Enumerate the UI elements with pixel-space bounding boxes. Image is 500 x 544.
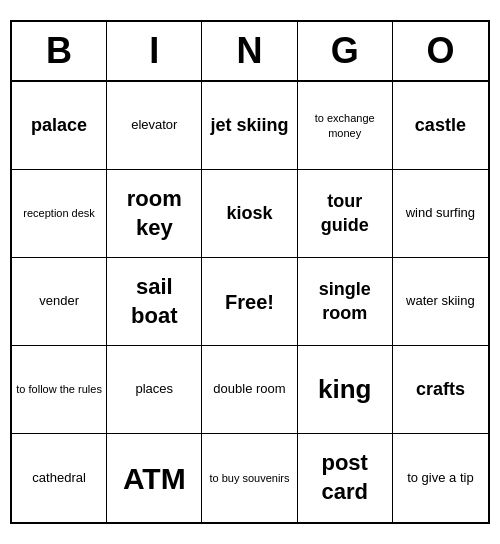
bingo-cell-12[interactable]: Free! <box>202 258 297 346</box>
bingo-cell-7[interactable]: kiosk <box>202 170 297 258</box>
bingo-cell-22[interactable]: to buy souvenirs <box>202 434 297 522</box>
bingo-cell-13[interactable]: single room <box>298 258 393 346</box>
bingo-cell-15[interactable]: to follow the rules <box>12 346 107 434</box>
bingo-cell-2[interactable]: jet skiing <box>202 82 297 170</box>
bingo-card: B I N G O palaceelevatorjet skiingto exc… <box>10 20 490 524</box>
bingo-cell-3[interactable]: to exchange money <box>298 82 393 170</box>
bingo-header: B I N G O <box>12 22 488 82</box>
bingo-cell-1[interactable]: elevator <box>107 82 202 170</box>
bingo-cell-16[interactable]: places <box>107 346 202 434</box>
bingo-cell-6[interactable]: room key <box>107 170 202 258</box>
bingo-cell-23[interactable]: post card <box>298 434 393 522</box>
bingo-cell-24[interactable]: to give a tip <box>393 434 488 522</box>
bingo-cell-11[interactable]: sail boat <box>107 258 202 346</box>
bingo-cell-5[interactable]: reception desk <box>12 170 107 258</box>
header-n: N <box>202 22 297 80</box>
bingo-cell-17[interactable]: double room <box>202 346 297 434</box>
bingo-cell-9[interactable]: wind surfing <box>393 170 488 258</box>
bingo-cell-4[interactable]: castle <box>393 82 488 170</box>
bingo-cell-19[interactable]: crafts <box>393 346 488 434</box>
bingo-cell-0[interactable]: palace <box>12 82 107 170</box>
bingo-cell-8[interactable]: tour guide <box>298 170 393 258</box>
bingo-cell-21[interactable]: ATM <box>107 434 202 522</box>
bingo-cell-10[interactable]: vender <box>12 258 107 346</box>
header-i: I <box>107 22 202 80</box>
bingo-grid: palaceelevatorjet skiingto exchange mone… <box>12 82 488 522</box>
bingo-cell-18[interactable]: king <box>298 346 393 434</box>
header-g: G <box>298 22 393 80</box>
header-b: B <box>12 22 107 80</box>
bingo-cell-20[interactable]: cathedral <box>12 434 107 522</box>
header-o: O <box>393 22 488 80</box>
bingo-cell-14[interactable]: water skiing <box>393 258 488 346</box>
